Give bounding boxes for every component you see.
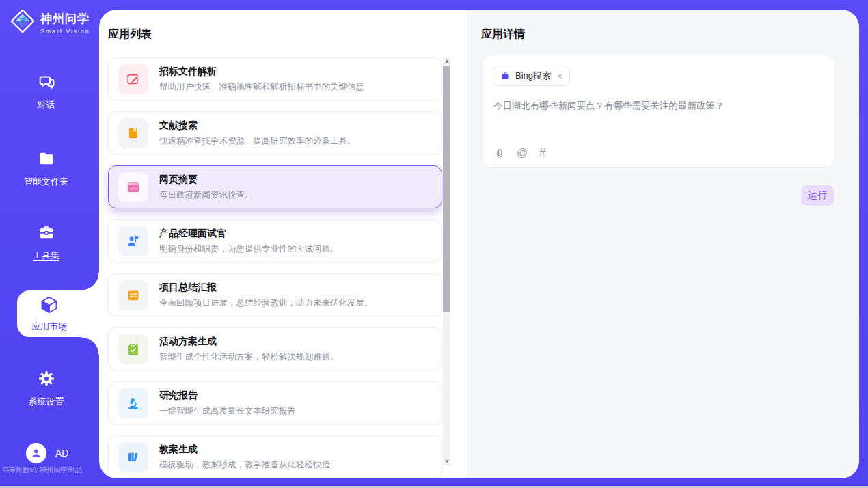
app-description: 快速精准查找学术资源，提高研究效率的必备工具。: [159, 135, 356, 147]
app-title: 项目总结汇报: [159, 282, 373, 294]
copyright-footer: ©神州数码·神州问学出品: [3, 465, 82, 475]
app-card-event-plan[interactable]: 活动方案生成 智能生成个性化活动方案，轻松解决规划难题。: [108, 327, 442, 370]
app-card-pm-interviewer[interactable]: 产品经理面试官 明确身份和职责，为您提供专业性的面试问题。: [108, 219, 442, 262]
app-list: 招标文件解析 帮助用户快速、准确地理解和解析招标书中的关键信息 文献搜索 快速精…: [108, 57, 442, 478]
sidebar-item-label: 对话: [38, 99, 55, 111]
briefcase-icon: [500, 71, 511, 81]
brand-subtitle: Smart Vision: [40, 28, 90, 35]
sidebar-item-label: 系统设置: [29, 396, 64, 408]
app-card-project-summary[interactable]: 项目总结汇报 全面回顾项目进展，总结经验教训，助力未来优化发展。: [108, 273, 442, 316]
app-description: 模板驱动，教案秒成，教学准备从此轻松快捷: [159, 459, 330, 471]
chat-icon: [37, 72, 56, 94]
avatar: [26, 443, 46, 463]
books-icon: [118, 442, 148, 472]
report-calendar-icon: [118, 280, 148, 310]
main-content: 应用列表 招标文件解析 帮助用户快速、准确地理解和解析招标书中的关键信息 文献搜…: [99, 10, 859, 478]
sidebar-item-smart-folder[interactable]: 智能文件夹: [0, 149, 92, 188]
book-icon: [118, 118, 148, 148]
scroll-down-icon[interactable]: [443, 457, 450, 465]
app-list-title: 应用列表: [108, 27, 152, 42]
app-card-web-summary[interactable]: </> 网页摘要 每日政府新闻资讯快查。: [108, 165, 442, 208]
tool-tag-label: Bing搜索: [515, 70, 551, 82]
app-description: 全面回顾项目进展，总结经验教训，助力未来优化发展。: [159, 297, 373, 309]
sidebar-item-app-market[interactable]: 应用市场: [17, 290, 99, 337]
user-name: AD: [55, 448, 68, 459]
app-card-bid-document-analysis[interactable]: 招标文件解析 帮助用户快速、准确地理解和解析招标书中的关键信息: [108, 57, 442, 100]
query-input[interactable]: 今日湖北有哪些新闻要点？有哪些需要关注的最新政策？: [493, 99, 822, 113]
scrollbar-thumb[interactable]: [443, 66, 450, 312]
gear-icon: [37, 369, 56, 391]
app-title: 文献搜索: [159, 120, 356, 132]
app-description: 每日政府新闻资讯快查。: [159, 189, 254, 201]
edit-document-icon: [118, 64, 148, 94]
sidebar: 神州问学 Smart Vision 对话 智能文件夹 工具集: [0, 0, 99, 488]
brand-logo: 神州问学 Smart Vision: [10, 8, 90, 37]
app-title: 产品经理面试官: [159, 228, 339, 240]
user-account[interactable]: AD: [26, 443, 68, 463]
tool-tag-bing-search[interactable]: Bing搜索 ×: [493, 66, 570, 86]
microscope-icon: [118, 388, 148, 418]
sidebar-item-chat[interactable]: 对话: [0, 72, 92, 111]
app-detail-panel: 应用详情 Bing搜索 × 今日湖北有哪些新闻要点？有哪些需要关注的最新政策？ …: [467, 10, 859, 478]
brand-name: 神州问学: [40, 11, 90, 27]
app-card-research-report[interactable]: 研究报告 一键智能生成高质量长文本研究报告: [108, 381, 442, 424]
composer-card[interactable]: Bing搜索 × 今日湖北有哪些新闻要点？有哪些需要关注的最新政策？ @ #: [481, 55, 835, 168]
sidebar-item-toolset[interactable]: 工具集: [0, 223, 92, 262]
interviewer-icon: [118, 226, 148, 256]
toolbox-icon: [37, 223, 56, 245]
sidebar-item-settings[interactable]: 系统设置: [0, 369, 92, 408]
app-description: 明确身份和职责，为您提供专业性的面试问题。: [159, 243, 339, 255]
app-card-literature-search[interactable]: 文献搜索 快速精准查找学术资源，提高研究效率的必备工具。: [108, 111, 442, 154]
app-description: 一键智能生成高质量长文本研究报告: [159, 405, 296, 417]
attachment-icon[interactable]: [493, 148, 505, 159]
svg-text:</>: </>: [130, 185, 137, 190]
app-description: 智能生成个性化活动方案，轻松解决规划难题。: [159, 351, 339, 363]
diamond-logo-icon: [10, 8, 36, 37]
composer-toolbar: @ #: [493, 147, 545, 159]
app-title: 研究报告: [159, 390, 296, 402]
hash-icon[interactable]: #: [539, 147, 545, 159]
sidebar-item-label: 智能文件夹: [24, 176, 68, 188]
folder-icon: [37, 149, 56, 171]
app-title: 招标文件解析: [159, 66, 364, 78]
app-detail-title: 应用详情: [481, 27, 525, 42]
scroll-up-icon[interactable]: [443, 57, 450, 65]
app-title: 活动方案生成: [159, 336, 339, 348]
app-card-lesson-plan[interactable]: 教案生成 模板驱动，教案秒成，教学准备从此轻松快捷: [108, 435, 442, 478]
app-description: 帮助用户快速、准确地理解和解析招标书中的关键信息: [159, 81, 364, 93]
app-title: 教案生成: [159, 444, 330, 456]
close-icon[interactable]: ×: [557, 71, 562, 81]
app-title: 网页摘要: [159, 174, 254, 186]
clipboard-check-icon: [118, 334, 148, 364]
sidebar-item-label: 应用市场: [31, 321, 67, 333]
browser-code-icon: </>: [118, 172, 148, 202]
app-list-scrollbar[interactable]: [443, 57, 450, 465]
sidebar-item-label: 工具集: [33, 249, 59, 262]
cube-icon: [39, 295, 59, 318]
mention-icon[interactable]: @: [517, 147, 528, 159]
run-button[interactable]: 运行: [801, 185, 834, 206]
